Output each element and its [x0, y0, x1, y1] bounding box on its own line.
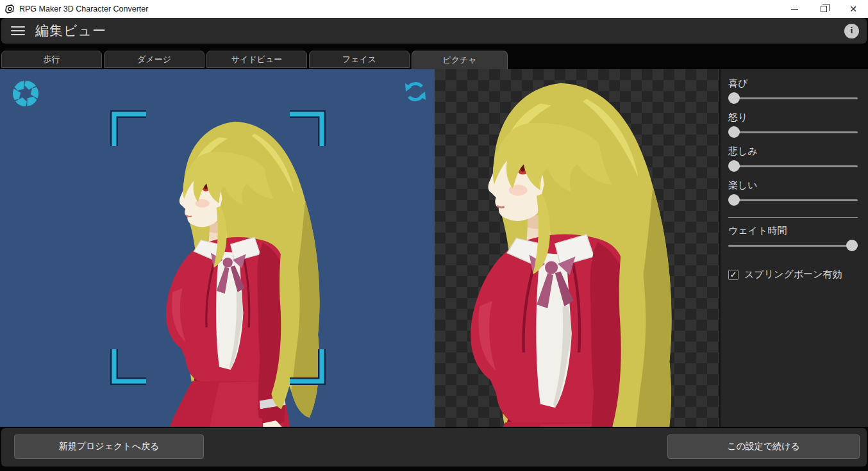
continue-button[interactable]: この設定で続ける	[667, 434, 860, 459]
minimize-button[interactable]	[780, 0, 809, 18]
slider-track	[728, 165, 858, 167]
slider-track	[728, 131, 858, 133]
close-button[interactable]: ✕	[839, 0, 868, 18]
sadness-slider[interactable]	[728, 160, 858, 172]
slider-label-sadness: 悲しみ	[728, 145, 858, 158]
check-icon: ✓	[730, 270, 737, 279]
crop-corner-bottom-left	[114, 349, 146, 381]
slider-thumb[interactable]	[728, 160, 740, 172]
crop-corner-top-left	[114, 114, 146, 146]
window-title: RPG Maker 3D Character Converter	[19, 4, 148, 13]
maximize-button[interactable]	[809, 0, 839, 18]
spring-bone-row: ✓ スプリングボーン有効	[728, 269, 858, 281]
crop-corner-bottom-right	[290, 349, 322, 381]
slider-track	[728, 199, 858, 201]
tab-damage[interactable]: ダメージ	[104, 51, 204, 68]
slider-thumb[interactable]	[846, 240, 858, 251]
joy-slider[interactable]	[728, 92, 858, 104]
tab-sideview[interactable]: サイドビュー	[206, 51, 307, 68]
tab-bar: 歩行 ダメージ サイドビュー フェイス ピクチャ	[1, 51, 508, 69]
back-to-project-button[interactable]: 新規プロジェクトへ戻る	[14, 434, 204, 459]
anger-slider[interactable]	[728, 126, 858, 138]
slider-label-anger: 怒り	[728, 112, 858, 124]
spring-bone-label: スプリングボーン有効	[744, 269, 842, 281]
result-viewport	[435, 69, 719, 427]
info-icon: i	[851, 26, 853, 36]
aperture-icon[interactable]	[12, 79, 40, 108]
rotate-icon[interactable]	[403, 78, 428, 105]
page-title: 編集ビュー	[35, 22, 106, 40]
app-header: 編集ビュー i	[1, 18, 867, 44]
spring-bone-checkbox[interactable]: ✓	[728, 270, 739, 280]
slider-track	[728, 245, 858, 247]
close-icon: ✕	[849, 4, 857, 13]
character-result	[435, 76, 719, 427]
footer-bar: 新規プロジェクトへ戻る この設定で続ける	[1, 428, 867, 467]
slider-label-joy: 喜び	[728, 78, 858, 90]
crop-frame[interactable]	[0, 69, 435, 427]
app-icon	[5, 4, 15, 14]
slider-label-fun: 楽しい	[728, 179, 858, 192]
capture-viewport[interactable]	[0, 69, 435, 427]
main-content: 喜び 怒り 悲しみ 楽しい ウェイト時間 ✓	[0, 69, 868, 427]
slider-thumb[interactable]	[728, 126, 740, 138]
menu-button[interactable]	[11, 24, 25, 38]
wait-slider[interactable]	[728, 240, 858, 252]
crop-corner-top-right	[290, 114, 322, 146]
settings-panel: 喜び 怒り 悲しみ 楽しい ウェイト時間 ✓	[719, 69, 868, 427]
slider-thumb[interactable]	[728, 194, 740, 206]
tab-picture[interactable]: ピクチャ	[412, 51, 508, 69]
tab-walk[interactable]: 歩行	[1, 51, 102, 68]
info-button[interactable]: i	[844, 24, 859, 38]
panel-divider	[728, 217, 858, 218]
restore-icon	[821, 6, 827, 12]
tab-face[interactable]: フェイス	[309, 51, 410, 68]
hamburger-icon	[11, 26, 25, 28]
slider-thumb[interactable]	[728, 92, 740, 104]
slider-label-wait: ウェイト時間	[728, 225, 858, 237]
slider-track	[728, 97, 858, 99]
fun-slider[interactable]	[728, 194, 858, 206]
minimize-icon	[791, 9, 798, 10]
window-titlebar: RPG Maker 3D Character Converter ✕	[0, 0, 868, 18]
